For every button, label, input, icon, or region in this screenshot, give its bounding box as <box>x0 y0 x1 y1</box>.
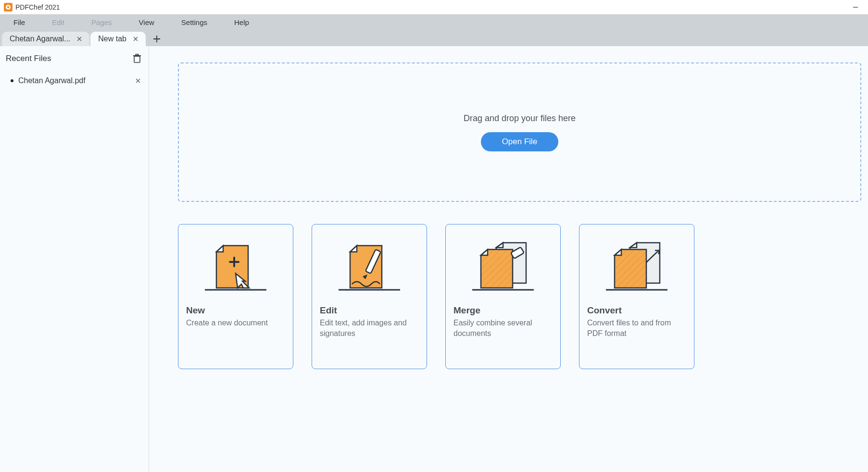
card-desc: Create a new document <box>186 318 285 328</box>
svg-rect-4 <box>134 56 140 62</box>
card-convert[interactable]: Convert Convert files to and from PDF fo… <box>579 224 694 369</box>
titlebar: PDFChef 2021 <box>0 0 868 14</box>
dropzone-text: Drag and drop your files here <box>464 113 576 124</box>
recent-files-title: Recent Files <box>6 54 51 63</box>
tabbar: Chetan Agarwal... New tab <box>0 30 868 46</box>
svg-rect-6 <box>136 54 138 56</box>
menu-help[interactable]: Help <box>221 14 263 30</box>
card-edit[interactable]: Edit Edit text, add images and signature… <box>312 224 427 369</box>
tab-label: Chetan Agarwal... <box>10 35 70 43</box>
open-file-button[interactable]: Open File <box>481 132 559 151</box>
sidebar-header: Recent Files <box>6 53 143 64</box>
card-title: Merge <box>453 305 553 316</box>
app-window: PDFChef 2021 File Edit Pages View Settin… <box>0 0 868 472</box>
card-convert-illustration <box>587 235 686 293</box>
bullet-icon <box>11 79 13 82</box>
card-new[interactable]: New Create a new document <box>178 224 293 369</box>
dropzone[interactable]: Drag and drop your files here Open File <box>178 62 861 202</box>
card-desc: Edit text, add images and signatures <box>320 318 419 338</box>
clear-recent-button[interactable] <box>131 53 143 64</box>
sidebar: Recent Files Chetan Agarwal.pdf <box>0 46 149 472</box>
card-edit-illustration <box>320 235 419 293</box>
card-desc: Easily combine several documents <box>453 318 553 338</box>
minimize-button[interactable] <box>847 1 864 13</box>
new-tab-button[interactable] <box>150 32 164 46</box>
menu-settings[interactable]: Settings <box>168 14 221 30</box>
card-title: New <box>186 305 285 316</box>
menu-view[interactable]: View <box>126 14 168 30</box>
menu-edit[interactable]: Edit <box>38 14 78 30</box>
close-tab-icon[interactable] <box>131 35 140 43</box>
menubar: File Edit Pages View Settings Help <box>0 14 868 30</box>
card-title: Convert <box>587 305 686 316</box>
card-desc: Convert files to and from PDF format <box>587 318 686 338</box>
tab-document[interactable]: Chetan Agarwal... <box>2 32 89 46</box>
recent-file-name: Chetan Agarwal.pdf <box>18 76 133 85</box>
content-area: Recent Files Chetan Agarwal.pdf <box>0 46 868 472</box>
main-panel: Drag and drop your files here Open File <box>149 46 868 472</box>
svg-rect-3 <box>853 7 858 7</box>
svg-point-2 <box>7 6 9 8</box>
app-title: PDFChef 2021 <box>15 3 60 11</box>
card-new-illustration <box>186 235 285 293</box>
menu-pages[interactable]: Pages <box>78 14 126 30</box>
remove-recent-button[interactable] <box>133 76 143 86</box>
card-title: Edit <box>320 305 419 316</box>
trash-icon <box>133 54 141 63</box>
card-merge[interactable]: Merge Easily combine several documents <box>445 224 561 369</box>
tab-label: New tab <box>98 35 126 43</box>
recent-file-item[interactable]: Chetan Agarwal.pdf <box>6 73 143 88</box>
close-tab-icon[interactable] <box>75 35 84 43</box>
action-cards: New Create a new document <box>178 224 863 369</box>
menu-file[interactable]: File <box>0 14 38 30</box>
tab-newtab[interactable]: New tab <box>90 32 146 46</box>
app-icon <box>4 3 13 12</box>
card-merge-illustration <box>453 235 553 293</box>
